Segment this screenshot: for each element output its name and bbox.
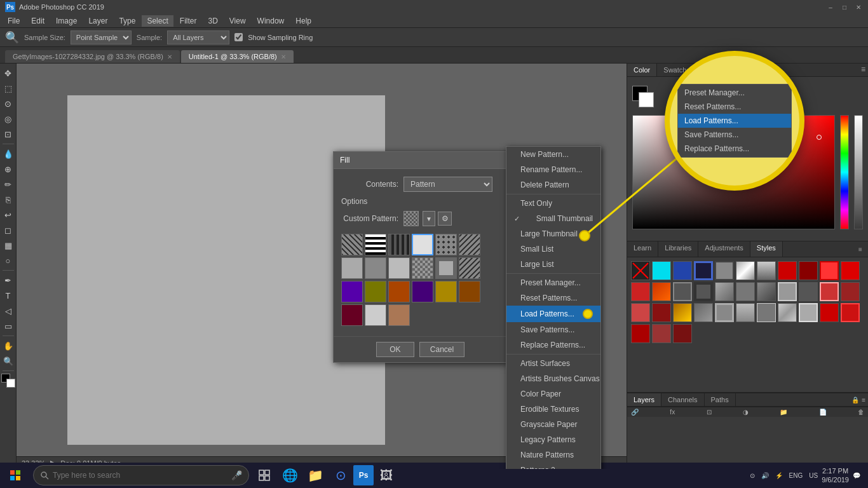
- color-panel-menu[interactable]: ≡: [858, 64, 868, 76]
- pattern-thumb-7[interactable]: [341, 257, 363, 279]
- menu-image[interactable]: Image: [51, 15, 82, 27]
- ctx-grayscale-paper[interactable]: Grayscale Paper: [506, 417, 600, 432]
- zoom-load-patterns[interactable]: Load Patterns...: [678, 114, 791, 128]
- canvas-area[interactable]: Fill Contents: Pattern Foreground Color …: [17, 64, 627, 469]
- style-row3-9[interactable]: [841, 303, 860, 322]
- new-group-btn[interactable]: 📁: [780, 409, 787, 416]
- style-chrome[interactable]: [736, 261, 755, 280]
- style-maroon-sq[interactable]: [799, 261, 818, 280]
- history-brush[interactable]: ↩: [1, 208, 15, 222]
- style-red-sq[interactable]: [778, 261, 797, 280]
- stamp-tool[interactable]: ⎘: [1, 193, 15, 207]
- pattern-thumb-15[interactable]: [388, 281, 410, 302]
- layers-panel-menu[interactable]: ≡: [862, 396, 865, 403]
- fg-bg-colors[interactable]: [632, 86, 654, 107]
- style-row3-1[interactable]: [673, 303, 692, 322]
- add-mask-btn[interactable]: ⊡: [707, 409, 712, 416]
- style-row3-3[interactable]: [715, 303, 734, 322]
- style-row3-8[interactable]: [820, 303, 839, 322]
- style-gray-sq[interactable]: [715, 261, 734, 280]
- pattern-thumb-18[interactable]: [459, 281, 480, 302]
- ctx-preset-manager[interactable]: Preset Manager...: [506, 275, 600, 290]
- layers-panel-lock[interactable]: 🔒: [851, 396, 859, 403]
- start-button[interactable]: [0, 463, 31, 488]
- styles-options-btn[interactable]: ≡: [855, 244, 865, 254]
- ctx-large-list[interactable]: Large List: [506, 257, 600, 272]
- pattern-thumb-3[interactable]: [388, 234, 410, 255]
- taskbar-chrome[interactable]: ⊙: [328, 463, 353, 488]
- pattern-thumb-21[interactable]: [388, 304, 410, 326]
- menu-window[interactable]: Window: [252, 15, 290, 27]
- tab-getty[interactable]: GettyImages-1027284332.jpg @ 33.3% (RGB/…: [5, 50, 180, 63]
- style-row2-12[interactable]: [652, 303, 671, 322]
- dodge-tool[interactable]: ○: [1, 254, 15, 268]
- zoom-preset-manager[interactable]: Preset Manager...: [678, 86, 791, 100]
- zoom-replace-patterns[interactable]: Replace Patterns...: [678, 142, 791, 156]
- menu-edit[interactable]: Edit: [26, 15, 50, 27]
- show-ring-checkbox[interactable]: [234, 33, 243, 41]
- lasso-tool[interactable]: ⊙: [1, 97, 15, 111]
- style-row3-10[interactable]: [631, 324, 650, 343]
- pattern-thumb-1[interactable]: [341, 234, 363, 255]
- hand-tool[interactable]: ✋: [1, 339, 15, 353]
- style-row3-4[interactable]: [736, 303, 755, 322]
- pattern-preview-swatch[interactable]: [403, 211, 419, 226]
- zoom-reset-patterns[interactable]: Reset Patterns...: [678, 100, 791, 114]
- hue-strip[interactable]: [840, 115, 849, 229]
- style-red2[interactable]: [820, 261, 839, 280]
- menu-help[interactable]: Help: [290, 15, 316, 27]
- new-layer-btn[interactable]: 📄: [819, 409, 827, 416]
- pattern-thumb-12[interactable]: [459, 257, 480, 279]
- brush-tool[interactable]: ✏: [1, 177, 15, 191]
- menu-select[interactable]: Select: [142, 15, 173, 27]
- ctx-large-thumbnail[interactable]: Large Thumbnail: [506, 226, 600, 241]
- eyedropper-tool-btn[interactable]: 💧: [1, 147, 15, 161]
- sample-size-select[interactable]: Point Sample 3x3 Average: [71, 30, 132, 44]
- pattern-thumb-16[interactable]: [412, 281, 433, 302]
- tab-untitled-close[interactable]: ✕: [281, 53, 286, 60]
- pattern-thumb-13[interactable]: [341, 281, 363, 302]
- maximize-button[interactable]: □: [840, 3, 849, 11]
- style-row3-6[interactable]: [778, 303, 797, 322]
- style-row2-9[interactable]: [820, 282, 839, 301]
- close-button[interactable]: ✕: [854, 3, 863, 11]
- ctx-legacy-patterns[interactable]: Legacy Patterns: [506, 432, 600, 447]
- fill-ok-button[interactable]: OK: [376, 342, 414, 357]
- style-row2-7[interactable]: [778, 282, 797, 301]
- ctx-text-only[interactable]: Text Only: [506, 196, 600, 211]
- menu-filter[interactable]: Filter: [175, 15, 202, 27]
- pattern-gear-btn[interactable]: ⚙: [438, 212, 452, 226]
- pattern-thumb-4[interactable]: [412, 234, 433, 255]
- taskbar-explorer[interactable]: 📁: [302, 463, 328, 488]
- menu-file[interactable]: File: [3, 15, 25, 27]
- style-blue-sq[interactable]: [673, 261, 692, 280]
- tab-color[interactable]: Color: [627, 64, 657, 76]
- style-row3-7[interactable]: [799, 303, 818, 322]
- menu-type[interactable]: Type: [114, 15, 140, 27]
- ctx-patterns-2[interactable]: Patterns 2: [506, 463, 600, 469]
- menu-layer[interactable]: Layer: [83, 15, 112, 27]
- path-tool[interactable]: ◁: [1, 304, 15, 318]
- style-row3-5[interactable]: [757, 303, 776, 322]
- ctx-small-list[interactable]: Small List: [506, 241, 600, 257]
- tab-layers[interactable]: Layers: [627, 393, 661, 406]
- contents-select[interactable]: Pattern Foreground Color Background Colo…: [403, 177, 492, 192]
- tab-paths[interactable]: Paths: [705, 393, 736, 406]
- sample-select[interactable]: All Layers Current Layer: [167, 30, 229, 44]
- taskbar-media[interactable]: 🖼: [374, 463, 399, 488]
- ctx-rename-pattern[interactable]: Rename Pattern...: [506, 162, 600, 177]
- pattern-selector[interactable]: ▼: [403, 211, 435, 226]
- style-row2-2[interactable]: [673, 282, 692, 301]
- zoom-save-patterns[interactable]: Save Patterns...: [678, 128, 791, 142]
- layer-effects-btn[interactable]: fx: [670, 409, 675, 416]
- pattern-thumb-8[interactable]: [365, 257, 386, 279]
- ctx-replace-patterns[interactable]: Replace Patterns...: [506, 337, 600, 353]
- zoom-tool-btn[interactable]: 🔍: [1, 354, 15, 368]
- tray-volume[interactable]: 🔊: [759, 471, 771, 480]
- tray-battery[interactable]: ⚡: [773, 471, 785, 480]
- style-row2-5[interactable]: [736, 282, 755, 301]
- shape-tool[interactable]: ▭: [1, 319, 15, 333]
- type-tool[interactable]: T: [1, 288, 15, 302]
- pattern-thumb-17[interactable]: [435, 281, 457, 302]
- move-tool[interactable]: ✥: [1, 66, 15, 80]
